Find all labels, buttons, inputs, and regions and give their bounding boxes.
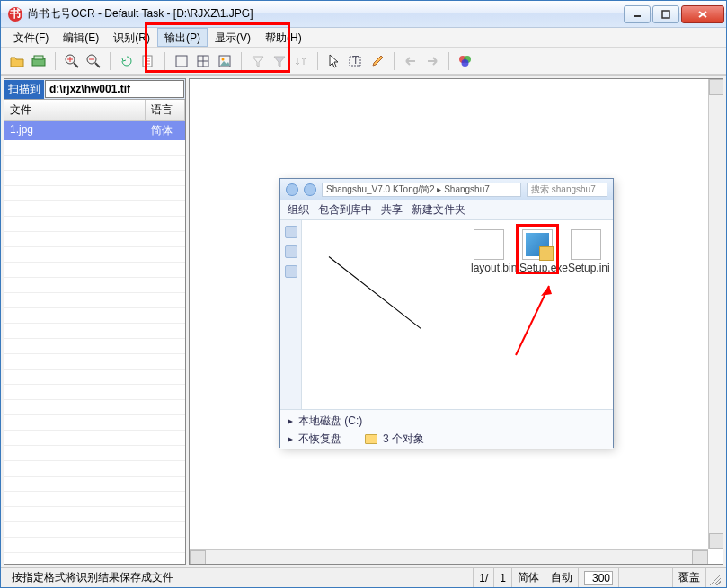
app-icon: 书: [8, 7, 22, 22]
menu-edit[interactable]: 编辑(E): [56, 28, 106, 47]
svg-marker-26: [541, 286, 552, 296]
app-window: 书 尚书七号OCR - Default Task - [D:\RJXZ\1.JP…: [0, 0, 727, 588]
embedded-sidebar: [280, 220, 302, 409]
scan-label: 扫描到: [4, 80, 44, 99]
layout-table-icon[interactable]: [194, 52, 212, 70]
lib-icon: [285, 245, 297, 258]
file-list-pane: 扫描到 d:\rjxz\hw001.tif 文件 语言 1.jpg 简体: [4, 78, 186, 565]
file-name-cell: 1.jpg: [4, 121, 146, 140]
layout-image-icon[interactable]: [216, 52, 234, 70]
close-button[interactable]: [681, 5, 724, 23]
file-list-header: 文件 语言: [4, 100, 185, 121]
svg-point-19: [222, 58, 225, 60]
titlebar: 书 尚书七号OCR - Default Task - [D:\RJXZ\1.JP…: [1, 1, 726, 28]
menu-file[interactable]: 文件(F): [6, 28, 56, 47]
open-folder-icon[interactable]: [8, 52, 26, 70]
sort-icon[interactable]: [292, 52, 310, 70]
svg-text:T: T: [352, 55, 359, 67]
file-lang-cell: 简体: [146, 121, 185, 140]
svg-rect-5: [34, 56, 43, 59]
file-list[interactable]: 1.jpg 简体: [4, 121, 185, 564]
edit-icon[interactable]: [368, 52, 386, 70]
embedded-address: Shangshu_V7.0 KTong/简2 ▸ Shangshu7: [322, 183, 521, 197]
menu-help[interactable]: 帮助(H): [258, 28, 309, 47]
horizontal-scrollbar[interactable]: [190, 549, 708, 564]
maximize-button[interactable]: [652, 5, 679, 23]
embedded-search: 搜索 shangshu7: [527, 183, 607, 197]
svg-rect-1: [662, 11, 669, 18]
svg-line-25: [516, 286, 549, 355]
embedded-explorer-window: Shangshu_V7.0 KTong/简2 ▸ Shangshu7 搜索 sh…: [279, 178, 614, 448]
diagonal-line: [329, 256, 421, 329]
embedded-body: layout.bin Setup.exe Setup.ini: [280, 220, 613, 409]
resize-grip[interactable]: [706, 571, 721, 585]
filter2-icon[interactable]: [270, 52, 288, 70]
empty-rows: [4, 140, 185, 553]
tutorial-arrow-icon: [509, 281, 554, 362]
zoom-input[interactable]: [584, 571, 613, 585]
window-title: 尚书七号OCR - Default Task - [D:\RJXZ\1.JPG]: [28, 6, 253, 22]
main-area: 扫描到 d:\rjxz\hw001.tif 文件 语言 1.jpg 简体: [1, 75, 726, 567]
ew-tb-share: 共享: [381, 202, 403, 218]
svg-point-24: [462, 59, 469, 67]
col-file[interactable]: 文件: [4, 100, 146, 120]
status-message: 按指定格式将识别结果保存成文件: [6, 568, 474, 587]
ew-tb-newfolder: 新建文件夹: [412, 202, 465, 218]
toolbar: T: [1, 48, 726, 75]
prev-icon[interactable]: [402, 52, 420, 70]
layout-single-icon[interactable]: [173, 52, 191, 70]
col-lang[interactable]: 语言: [146, 100, 185, 120]
rotate-left-icon[interactable]: [118, 52, 136, 70]
status-page-current: 1/: [474, 568, 494, 587]
file-icon-layout: layout.bin: [471, 229, 507, 274]
svg-rect-14: [176, 56, 187, 67]
embedded-toolbar: 组织 包含到库中 共享 新建文件夹: [280, 200, 613, 220]
embedded-file-icons: layout.bin Setup.exe Setup.ini: [471, 229, 604, 274]
svg-line-7: [74, 63, 78, 67]
status-spacer: [619, 568, 673, 587]
svg-line-11: [95, 63, 100, 67]
menu-output[interactable]: 输出(P): [157, 28, 208, 47]
nav-fwd-icon: [304, 183, 316, 196]
menu-view[interactable]: 显示(V): [208, 28, 258, 47]
statusbar: 按指定格式将识别结果保存成文件 1/ 1 简体 自动 覆盖: [1, 567, 726, 587]
filter-icon[interactable]: [249, 52, 267, 70]
image-canvas[interactable]: Shangshu_V7.0 KTong/简2 ▸ Shangshu7 搜索 sh…: [189, 78, 723, 565]
file-row[interactable]: 1.jpg 简体: [4, 121, 185, 140]
next-icon[interactable]: [423, 52, 441, 70]
menubar: 文件(F) 编辑(E) 识别(R) 输出(P) 显示(V) 帮助(H): [1, 28, 726, 48]
nav-back-icon: [286, 183, 298, 196]
vertical-scrollbar[interactable]: [708, 79, 723, 549]
file-icon-setup-ini: Setup.ini: [568, 229, 604, 274]
menu-recognize[interactable]: 识别(R): [106, 28, 157, 47]
color-icon[interactable]: [457, 52, 474, 70]
file-icon-setup-exe: Setup.exe: [519, 229, 555, 274]
ew-tb-include: 包含到库中: [318, 202, 372, 218]
text-select-icon[interactable]: T: [347, 52, 365, 70]
minimize-button[interactable]: [624, 5, 651, 23]
pointer-icon[interactable]: [325, 52, 343, 70]
status-overwrite: 覆盖: [673, 568, 706, 587]
embedded-titlebar: Shangshu_V7.0 KTong/简2 ▸ Shangshu7 搜索 sh…: [280, 179, 613, 200]
preview-pane: Shangshu_V7.0 KTong/简2 ▸ Shangshu7 搜索 sh…: [189, 78, 723, 565]
status-zoom: [579, 568, 619, 587]
zoom-in-icon[interactable]: [63, 52, 81, 70]
embedded-content: layout.bin Setup.exe Setup.ini: [302, 220, 613, 409]
process-icon[interactable]: [139, 52, 157, 70]
comp-icon: [285, 265, 297, 278]
status-mode-auto: 自动: [545, 568, 579, 587]
fav-icon: [285, 226, 297, 238]
scan-target-row: 扫描到 d:\rjxz\hw001.tif: [4, 79, 185, 100]
status-page-total: 1: [494, 568, 512, 587]
scan-path-field[interactable]: d:\rjxz\hw001.tif: [45, 80, 184, 98]
ew-tb-org: 组织: [288, 202, 309, 218]
folder-icon: [365, 434, 377, 444]
window-controls: [622, 5, 724, 23]
status-mode-lang: 简体: [512, 568, 545, 587]
embedded-bottom: ▸本地磁盘 (C:) ▸不恢复盘 3 个对象: [280, 409, 613, 449]
zoom-out-icon[interactable]: [84, 52, 102, 70]
scanner-icon[interactable]: [30, 52, 48, 70]
